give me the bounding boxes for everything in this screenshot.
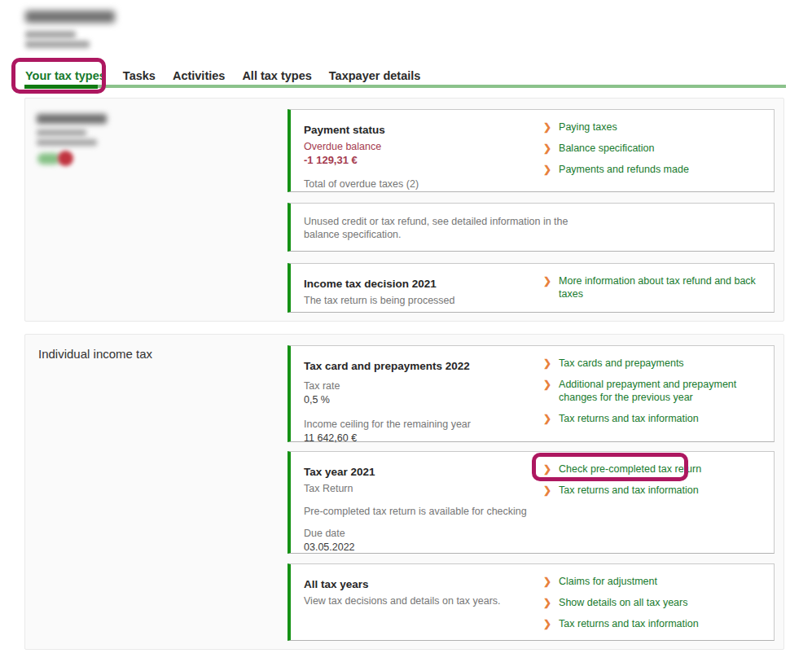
chevron-right-icon: ❯ (543, 484, 551, 497)
card-title: All tax years (304, 578, 537, 590)
tab-all-tax-types[interactable]: All tax types (242, 69, 311, 87)
individual-income-tax-section: Individual income tax Tax card and prepa… (24, 334, 784, 650)
tax-card-prepayments-card: Tax card and prepayments 2022 Tax rate 0… (287, 345, 775, 442)
link-additional-prepayment[interactable]: ❯ Additional prepayment and prepayment c… (543, 378, 764, 404)
payment-status-links: ❯ Paying taxes ❯ Balance specification ❯… (543, 110, 774, 191)
overdue-taxes-note: Total of overdue taxes (2) (304, 178, 537, 191)
link-label: Check pre-completed tax return (559, 463, 701, 476)
decision-links: ❯ More information about tax refund and … (543, 264, 774, 312)
overview-section: Payment status Overdue balance -1 129,31… (24, 98, 784, 322)
all-tax-years-links: ❯ Claims for adjustment ❯ Show details o… (543, 564, 774, 640)
link-label: Balance specification (559, 142, 654, 155)
income-ceiling-label: Income ceiling for the remaining year (304, 418, 537, 431)
chevron-right-icon: ❯ (543, 412, 551, 425)
decision-status: The tax return is being processed (304, 294, 537, 307)
link-label: Tax returns and tax information (559, 617, 699, 630)
chevron-right-icon: ❯ (543, 596, 551, 609)
chevron-right-icon: ❯ (543, 274, 551, 287)
link-label: Claims for adjustment (559, 575, 657, 588)
link-label: Tax returns and tax information (559, 484, 699, 497)
tax-rate-value: 0,5 % (304, 393, 537, 406)
tax-card-links: ❯ Tax cards and prepayments ❯ Additional… (543, 346, 774, 441)
redacted-profile-detail (37, 139, 97, 146)
all-tax-years-details: All tax years View tax decisions and det… (291, 564, 543, 640)
link-check-precompleted-return[interactable]: ❯ Check pre-completed tax return (543, 463, 764, 476)
tax-return-label: Tax Return (304, 482, 537, 495)
redacted-profile-name (37, 114, 107, 124)
chevron-right-icon: ❯ (543, 121, 551, 134)
payment-status-details: Payment status Overdue balance -1 129,31… (291, 110, 543, 191)
all-tax-years-description: View tax decisions and details on tax ye… (304, 594, 537, 607)
redacted-profile-detail (37, 129, 86, 136)
link-label: More information about tax refund and ba… (559, 274, 764, 300)
unused-credit-text: Unused credit or tax refund, see detaile… (304, 215, 587, 241)
unused-credit-details: Unused credit or tax refund, see detaile… (291, 204, 774, 251)
card-title: Tax year 2021 (304, 466, 537, 478)
payment-status-card: Payment status Overdue balance -1 129,31… (287, 109, 775, 192)
tax-year-details: Tax year 2021 Tax Return Pre-completed t… (291, 452, 543, 553)
tab-your-tax-types[interactable]: Your tax types (25, 69, 106, 87)
redacted-status-pill (37, 153, 60, 164)
link-tax-returns-info[interactable]: ❯ Tax returns and tax information (543, 484, 764, 497)
chevron-right-icon: ❯ (543, 142, 551, 155)
due-date-label: Due date (304, 527, 537, 540)
link-paying-taxes[interactable]: ❯ Paying taxes (543, 121, 764, 134)
redacted-user-name (25, 11, 115, 23)
unused-credit-card: Unused credit or tax refund, see detaile… (287, 203, 775, 252)
link-label: Additional prepayment and prepayment cha… (559, 378, 764, 404)
link-label: Show details on all tax years (559, 596, 687, 609)
link-label: Tax cards and prepayments (559, 357, 684, 370)
all-tax-years-card: All tax years View tax decisions and det… (287, 563, 775, 641)
tax-rate-label: Tax rate (304, 379, 537, 392)
card-title: Tax card and prepayments 2022 (304, 360, 537, 372)
link-tax-returns-info[interactable]: ❯ Tax returns and tax information (543, 617, 764, 630)
tax-card-details: Tax card and prepayments 2022 Tax rate 0… (291, 346, 543, 441)
tab-bar: Your tax types Tasks Activities All tax … (25, 69, 420, 87)
income-tax-decision-card: Income tax decision 2021 The tax return … (287, 263, 775, 313)
decision-details: Income tax decision 2021 The tax return … (291, 264, 543, 312)
redacted-user-detail (25, 41, 90, 48)
due-date-value: 03.05.2022 (304, 541, 537, 554)
precompleted-status: Pre-completed tax return is available fo… (304, 505, 537, 518)
link-more-info-refund-back-taxes[interactable]: ❯ More information about tax refund and … (543, 274, 764, 300)
link-balance-specification[interactable]: ❯ Balance specification (543, 142, 764, 155)
chevron-right-icon: ❯ (543, 163, 551, 176)
notification-badge (58, 151, 73, 166)
section-heading: Individual income tax (38, 347, 152, 361)
link-label: Payments and refunds made (559, 163, 689, 176)
link-label: Tax returns and tax information (559, 412, 699, 425)
card-title: Income tax decision 2021 (304, 278, 537, 290)
chevron-right-icon: ❯ (543, 378, 551, 391)
overdue-balance-label: Overdue balance (304, 140, 537, 153)
card-title: Payment status (304, 124, 537, 136)
chevron-right-icon: ❯ (543, 463, 551, 476)
tax-year-2021-card: Tax year 2021 Tax Return Pre-completed t… (287, 451, 775, 554)
tab-taxpayer-details[interactable]: Taxpayer details (329, 69, 421, 87)
chevron-right-icon: ❯ (543, 357, 551, 370)
redacted-user-detail (25, 31, 76, 38)
link-tax-returns-info[interactable]: ❯ Tax returns and tax information (543, 412, 764, 425)
overdue-balance-amount: -1 129,31 € (304, 154, 537, 167)
tax-year-links: ❯ Check pre-completed tax return ❯ Tax r… (543, 452, 774, 553)
tab-activities[interactable]: Activities (173, 69, 225, 87)
link-label: Paying taxes (559, 121, 617, 134)
chevron-right-icon: ❯ (543, 575, 551, 588)
tab-tasks[interactable]: Tasks (123, 69, 156, 87)
link-tax-cards-prepayments[interactable]: ❯ Tax cards and prepayments (543, 357, 764, 370)
chevron-right-icon: ❯ (543, 617, 551, 630)
income-ceiling-value: 11 642,60 € (304, 432, 537, 445)
link-claims-for-adjustment[interactable]: ❯ Claims for adjustment (543, 575, 764, 588)
link-show-details-all-years[interactable]: ❯ Show details on all tax years (543, 596, 764, 609)
link-payments-refunds-made[interactable]: ❯ Payments and refunds made (543, 163, 764, 176)
